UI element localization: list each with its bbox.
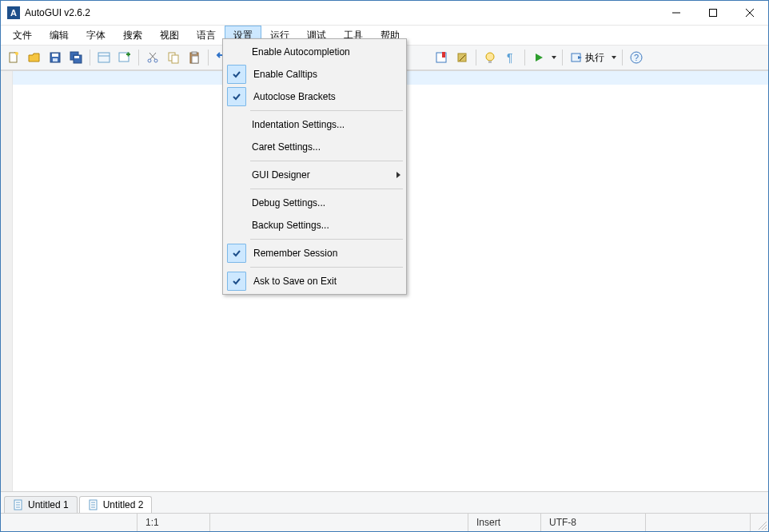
run-button[interactable] — [529, 48, 548, 67]
menu-item-label: Caret Settings... — [247, 141, 404, 153]
menu-item-debug-settings[interactable]: Debug Settings... — [225, 192, 404, 214]
bookmark-icon — [435, 51, 448, 64]
svg-rect-22 — [192, 52, 197, 54]
svg-point-28 — [486, 53, 494, 61]
help-button[interactable]: ? — [627, 48, 646, 67]
svg-rect-12 — [98, 53, 110, 62]
menu-item-label: Remember Session — [249, 248, 404, 259]
cut-button[interactable] — [143, 48, 162, 67]
menu-item-autoclose-brackets[interactable]: Autoclose Brackets — [225, 85, 404, 108]
execute-icon — [571, 51, 584, 64]
menu-item-label: GUI Designer — [247, 169, 392, 181]
menu-item-label: Indentation Settings... — [247, 119, 404, 130]
status-encoding: UTF-8 — [541, 514, 646, 531]
grip-icon — [757, 520, 767, 530]
document-tab-label: Untitled 2 — [103, 499, 144, 510]
new-file-button[interactable] — [4, 48, 23, 67]
menu-item-indentation-settings[interactable]: Indentation Settings... — [225, 113, 404, 136]
svg-line-18 — [149, 53, 155, 59]
menu-编辑[interactable]: 编辑 — [41, 26, 78, 45]
svg-marker-31 — [536, 54, 543, 62]
svg-text:?: ? — [634, 53, 639, 62]
menu-item-label: Enable Calltips — [249, 69, 404, 80]
menu-separator — [250, 239, 403, 240]
statusbar: 1:1 Insert UTF-8 — [1, 513, 768, 531]
svg-rect-7 — [52, 54, 58, 57]
wand-button[interactable] — [452, 48, 472, 67]
layout-icon — [98, 51, 110, 64]
document-tab[interactable]: Untitled 2 — [79, 496, 153, 513]
open-file-button[interactable] — [25, 48, 44, 67]
settings-dropdown: Enable AutocompletionEnable CalltipsAuto… — [222, 38, 407, 295]
minimize-icon — [672, 9, 680, 17]
menu-separator — [250, 161, 403, 161]
run-dropdown[interactable] — [550, 56, 558, 59]
svg-rect-20 — [172, 55, 178, 63]
svg-rect-25 — [442, 52, 445, 58]
minimize-button[interactable] — [658, 1, 695, 25]
menu-item-label: Backup Settings... — [247, 220, 404, 231]
save-button[interactable] — [46, 48, 65, 67]
check-icon — [227, 244, 246, 263]
folder-open-icon — [28, 51, 41, 64]
close-icon — [746, 9, 754, 17]
menu-字体[interactable]: 字体 — [78, 26, 114, 45]
svg-line-46 — [765, 528, 767, 530]
window-title: AutoGUI v2.6.2 — [25, 7, 90, 18]
menu-语言[interactable]: 语言 — [188, 26, 225, 45]
maximize-button[interactable] — [695, 1, 731, 25]
svg-rect-26 — [458, 54, 466, 62]
menu-item-enable-autocompletion[interactable]: Enable Autocompletion — [225, 41, 404, 63]
menu-视图[interactable]: 视图 — [151, 26, 188, 45]
copy-icon — [167, 51, 180, 64]
scissors-icon — [146, 51, 159, 64]
pilcrow-button[interactable]: ¶ — [501, 48, 520, 67]
help-icon: ? — [630, 51, 643, 64]
window-split-button[interactable] — [94, 48, 114, 67]
check-icon — [227, 65, 246, 84]
app-icon: A — [7, 6, 20, 19]
close-button[interactable] — [731, 1, 768, 25]
svg-rect-1 — [710, 10, 717, 17]
menu-separator — [250, 110, 403, 111]
paste-button[interactable] — [185, 48, 204, 67]
chevron-down-icon — [552, 56, 556, 59]
maximize-icon — [709, 9, 717, 17]
lightbulb-icon — [484, 51, 496, 64]
menu-item-caret-settings[interactable]: Caret Settings... — [225, 136, 404, 158]
menu-item-label: Autoclose Brackets — [249, 91, 404, 102]
submenu-arrow-icon — [392, 172, 404, 178]
document-tab[interactable]: Untitled 1 — [4, 496, 78, 513]
menu-item-backup-settings[interactable]: Backup Settings... — [225, 214, 404, 236]
execute-dropdown[interactable] — [610, 56, 618, 59]
bookmark-button[interactable] — [432, 48, 451, 67]
resize-grip[interactable] — [751, 514, 768, 531]
save-all-button[interactable] — [66, 48, 86, 67]
copy-button[interactable] — [164, 48, 183, 67]
save-all-icon — [70, 51, 82, 64]
execute-button[interactable]: 执行 — [567, 48, 608, 67]
menu-separator — [250, 267, 403, 268]
menu-文件[interactable]: 文件 — [4, 26, 41, 45]
menu-item-remember-session[interactable]: Remember Session — [225, 242, 404, 264]
new-window-button[interactable] — [115, 48, 134, 67]
svg-text:¶: ¶ — [507, 51, 513, 64]
chevron-down-icon — [612, 56, 616, 59]
menu-item-enable-calltips[interactable]: Enable Calltips — [225, 63, 404, 85]
editor-gutter[interactable] — [1, 71, 13, 491]
wand-icon — [456, 51, 468, 64]
svg-rect-8 — [53, 58, 58, 62]
menu-separator — [250, 189, 403, 189]
menu-item-label: Enable Autocompletion — [247, 46, 404, 58]
document-tabs: Untitled 1Untitled 2 — [1, 491, 768, 513]
menu-item-gui-designer[interactable]: GUI Designer — [225, 164, 404, 186]
tips-button[interactable] — [480, 48, 500, 67]
svg-line-17 — [150, 53, 156, 59]
menu-搜索[interactable]: 搜索 — [114, 26, 151, 45]
new-window-icon — [118, 51, 131, 64]
pilcrow-icon: ¶ — [504, 51, 517, 64]
new-file-icon — [7, 51, 20, 64]
menu-item-ask-to-save-on-exit[interactable]: Ask to Save on Exit — [225, 270, 404, 292]
document-tab-label: Untitled 1 — [28, 499, 69, 510]
status-insert-mode: Insert — [468, 514, 541, 531]
